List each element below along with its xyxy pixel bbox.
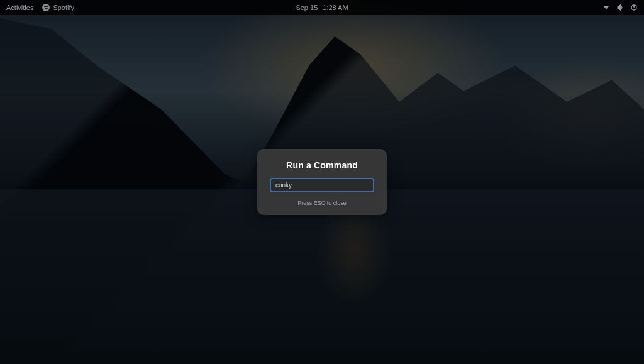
dialog-title: Run a Command [286, 160, 358, 170]
run-command-dialog: Run a Command Press ESC to close [257, 149, 387, 215]
power-icon [630, 4, 638, 11]
panel-time: 1:28 AM [323, 4, 348, 11]
modal-overlay: Run a Command Press ESC to close [0, 0, 644, 364]
clock-area[interactable]: Sep 15 1:28 AM [296, 4, 348, 11]
focused-app-name: Spotify [53, 4, 74, 11]
activities-button[interactable]: Activities [6, 4, 33, 11]
focused-app-indicator[interactable]: Spotify [42, 4, 74, 11]
system-tray[interactable] [602, 4, 638, 11]
volume-icon [616, 4, 624, 11]
panel-date: Sep 15 [296, 4, 318, 11]
top-panel: Activities Spotify Sep 15 1:28 AM [0, 0, 644, 15]
dialog-hint-text: Press ESC to close [297, 200, 347, 206]
network-icon [602, 4, 610, 11]
spotify-icon [42, 4, 50, 11]
top-panel-left: Activities Spotify [6, 4, 74, 11]
command-input[interactable] [270, 178, 374, 192]
